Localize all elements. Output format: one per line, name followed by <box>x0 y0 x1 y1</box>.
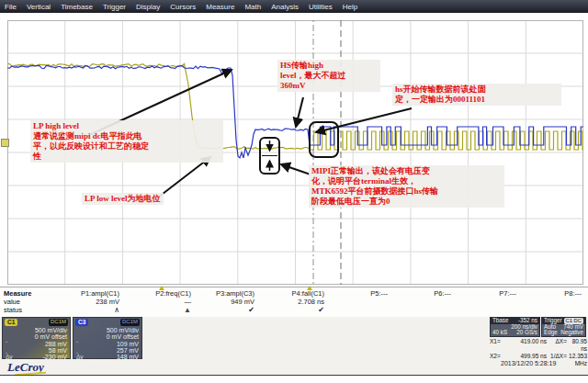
measure-p1[interactable]: P1:ampl(C1)238 mV∧ <box>46 289 119 314</box>
c1-ground-marker[interactable] <box>1 139 9 147</box>
measure-p3[interactable]: P3:ampl(C3)949 mV✔ <box>181 289 254 314</box>
c3-scale: 500 mV/div <box>74 327 141 333</box>
timebase-label: Tbase <box>492 318 509 324</box>
measure-p4[interactable]: P4:fall(C1)2.708 ns✔ <box>251 289 324 314</box>
annotation-lp-high-level: LP high level 通常说监测mipi dc电平指此电 平，以此反映设计… <box>30 120 223 163</box>
menu-bar: FileVerticalTimebaseTriggerDisplayCursor… <box>0 0 588 13</box>
menu-item-trigger[interactable]: Trigger <box>103 3 126 11</box>
lecroy-logo: LeCroy <box>7 360 46 375</box>
oscilloscope-app: FileVerticalTimebaseTriggerDisplayCursor… <box>0 0 588 383</box>
c1-delta-value: -230 mV <box>43 354 67 360</box>
measure-p6[interactable]: P6:--- <box>378 289 451 298</box>
annotation-arrow <box>316 108 412 132</box>
measure-row-title: Measure <box>4 289 31 298</box>
c1-coupling: DC1M <box>49 319 68 325</box>
c3-cursor2-icon: ˍ <box>76 347 78 354</box>
bottom-divider <box>0 375 588 376</box>
c1-label: C1 <box>5 319 17 325</box>
x1-value: 419.00 ns <box>508 338 547 353</box>
menu-item-file[interactable]: File <box>5 3 17 11</box>
c3-delta-value: 148 mV <box>117 354 139 360</box>
timebase-rate: 20 GS/s <box>516 330 537 336</box>
c3-coupling: DC1M <box>120 319 140 325</box>
menu-item-math[interactable]: Math <box>244 3 261 11</box>
c3-cursor1-value: 109 mV <box>117 341 139 347</box>
measure-p8[interactable]: P8:--- <box>508 289 582 298</box>
menu-item-timebase[interactable]: Timebase <box>61 3 93 11</box>
trigger-type: Edge <box>544 330 558 336</box>
menu-item-analysis[interactable]: Analysis <box>271 3 299 11</box>
dx-label: ΔX= <box>547 338 567 353</box>
annotation-arrow <box>296 97 303 127</box>
annotation-lp-low-level: LP low level为地电位 <box>82 193 164 205</box>
c3-delta-label: Δy <box>76 354 84 360</box>
menu-item-utilities[interactable]: Utilities <box>309 3 333 11</box>
annotation-hs-sync-word: hs开始传输数据前该处固 定，一定输出为00011101 <box>392 84 561 106</box>
measure-row-status: status <box>4 306 31 314</box>
timestamp: 2013/12/20 5:28:19 <box>501 360 556 366</box>
menu-item-vertical[interactable]: Vertical <box>27 3 51 11</box>
gate-marker-right[interactable] <box>307 286 312 290</box>
menu-item-help[interactable]: Help <box>343 3 357 11</box>
measure-p7[interactable]: P7:--- <box>443 289 516 298</box>
measure-row-value: value <box>4 298 31 306</box>
measure-p2[interactable]: P2:freq(C1)—▲ <box>118 289 191 314</box>
inv-dx-value: 12.353 MHz <box>567 353 587 367</box>
dx-value: 80.95 ns <box>567 338 587 353</box>
c1-cursor1-value: 288 mV <box>45 341 67 347</box>
c1-offset: 0 mV offset <box>3 333 70 340</box>
trigger-slope: Negative <box>560 330 583 336</box>
measure-panel: Measure value status P1:ampl(C1)238 mV∧P… <box>0 287 588 317</box>
c1-scale: 500 mV/div <box>3 327 70 333</box>
menu-item-measure[interactable]: Measure <box>206 3 234 11</box>
c1-cursor2-value: 58 mV <box>49 347 67 354</box>
channel-c3-descriptor[interactable]: C3 DC1M 500 mV/div 0 mV offset ˉ109 mV ˍ… <box>73 317 142 359</box>
c3-cursor1-icon: ˉ <box>76 341 78 347</box>
timebase-descriptor[interactable]: Tbase-352 ns 200 ns/div 40 kS20 GS/s <box>490 317 540 337</box>
annotation-hs-high-level: HS传输high level，最大不超过 360mV <box>277 60 380 92</box>
c3-offset: 0 mV offset <box>74 333 141 340</box>
menu-item-display[interactable]: Display <box>136 3 160 11</box>
timebase-samples: 40 kS <box>492 330 507 336</box>
c3-label: C3 <box>75 319 88 325</box>
trigger-descriptor[interactable]: TriggerC1 DC Auto740 mV EdgeNegative <box>541 317 586 337</box>
c1-cursor1-icon: ˉ <box>6 341 7 347</box>
menu-item-cursors[interactable]: Cursors <box>170 3 196 11</box>
annotation-mipi-output: MIPI正常输出，该处会有电压变 化，说明平台terminal生效， MTK65… <box>309 165 504 208</box>
channel-c1-descriptor[interactable]: C1 DC1M 500 mV/div 0 mV offset ˉ288 mV ˍ… <box>2 317 71 359</box>
gate-marker-left[interactable] <box>159 286 164 290</box>
c3-cursor2-value: 257 mV <box>117 347 139 354</box>
x1-label: X1= <box>490 338 508 353</box>
c1-cursor2-icon: ˍ <box>6 347 7 354</box>
measure-row-labels: Measure value status <box>4 289 31 314</box>
measure-p5[interactable]: P5:--- <box>314 289 388 298</box>
